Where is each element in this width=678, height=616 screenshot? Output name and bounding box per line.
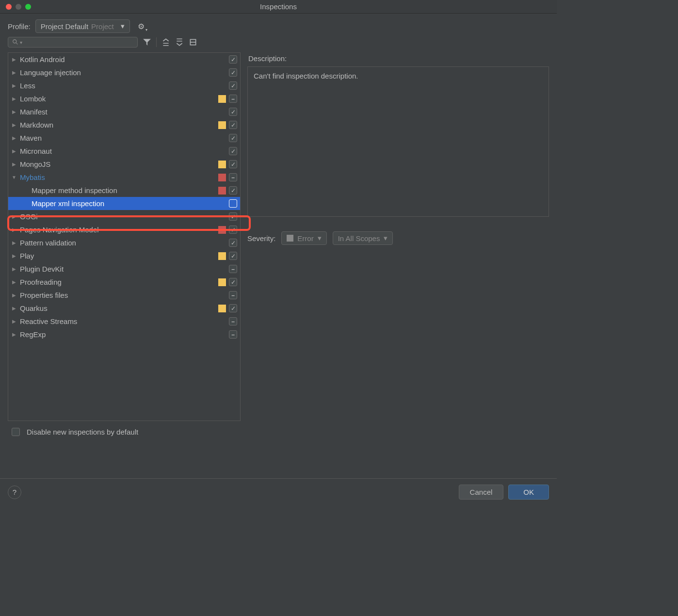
filter-icon[interactable]: [143, 38, 151, 47]
tree-item[interactable]: ▶Kotlin Android: [8, 53, 240, 66]
inspection-checkbox[interactable]: [229, 239, 237, 247]
status-red-icon: [218, 187, 226, 195]
window-title: Inspections: [260, 2, 297, 11]
inspection-checkbox[interactable]: [229, 330, 237, 339]
tree-item[interactable]: ▶Language injection: [8, 66, 240, 79]
inspection-checkbox[interactable]: [229, 134, 237, 142]
inspection-checkbox[interactable]: [229, 121, 237, 129]
help-button[interactable]: ?: [8, 486, 21, 499]
expand-arrow-icon[interactable]: ▶: [10, 253, 18, 259]
expand-arrow-icon[interactable]: ▶: [10, 319, 18, 324]
svg-line-1: [16, 43, 18, 45]
inspection-checkbox[interactable]: [229, 186, 237, 195]
expand-arrow-icon[interactable]: ▶: [10, 266, 18, 272]
tree-item-label: Micronaut: [18, 147, 229, 155]
tree-item[interactable]: ▶Manifest: [8, 105, 240, 118]
tree-item-label: Reactive Streams: [18, 317, 229, 325]
expand-arrow-icon[interactable]: ▶: [10, 109, 18, 114]
expand-all-icon[interactable]: [161, 38, 170, 47]
inspection-checkbox[interactable]: [229, 265, 237, 273]
inspection-checkbox[interactable]: [229, 55, 237, 64]
inspection-checkbox[interactable]: [229, 160, 237, 168]
expand-arrow-icon[interactable]: ▶: [10, 227, 18, 232]
tree-item[interactable]: ▶Markdown: [8, 118, 240, 131]
expand-arrow-icon[interactable]: ▶: [10, 332, 18, 337]
expand-arrow-icon[interactable]: ▶: [10, 162, 18, 167]
tree-child-item[interactable]: Mapper xml inspection: [8, 197, 240, 210]
expand-arrow-icon[interactable]: ▶: [10, 214, 18, 219]
cancel-button[interactable]: Cancel: [459, 485, 504, 500]
window-controls: [0, 4, 31, 10]
status-yellow-icon: [218, 121, 226, 129]
inspection-checkbox[interactable]: [229, 304, 237, 312]
expand-arrow-icon[interactable]: ▶: [10, 96, 18, 101]
scope-dropdown[interactable]: In All Scopes ▾: [333, 231, 393, 245]
reset-icon[interactable]: [189, 38, 197, 47]
profile-value: Project Default: [41, 22, 88, 31]
search-input[interactable]: ▾: [8, 37, 138, 48]
gear-icon[interactable]: ⚙: [138, 22, 145, 31]
inspection-checkbox[interactable]: [229, 199, 237, 208]
inspection-checkbox[interactable]: [229, 81, 237, 90]
tree-item[interactable]: ▶Maven: [8, 131, 240, 145]
chevron-down-icon: ▾: [384, 234, 387, 243]
tree-item-label: Kotlin Android: [18, 55, 229, 64]
maximize-icon[interactable]: [25, 4, 31, 10]
inspection-checkbox[interactable]: [229, 252, 237, 260]
profile-row: Profile: Project Default Project ▾ ⚙: [0, 14, 557, 37]
inspection-tree[interactable]: ▶Kotlin Android▶Language injection▶Less▶…: [8, 52, 241, 421]
close-icon[interactable]: [6, 4, 12, 10]
tree-item[interactable]: ▶Micronaut: [8, 145, 240, 158]
tree-item[interactable]: ▶Plugin DevKit: [8, 262, 240, 276]
tree-item[interactable]: ▶OSGi: [8, 210, 240, 223]
expand-arrow-icon[interactable]: ▶: [10, 57, 18, 62]
expand-arrow-icon[interactable]: ▶: [10, 83, 18, 88]
severity-row: Severity: Error ▾ In All Scopes ▾: [247, 231, 549, 245]
tree-item[interactable]: ▶Pattern validation: [8, 236, 240, 249]
inspection-checkbox[interactable]: [229, 95, 237, 103]
tree-item[interactable]: ▶Less: [8, 79, 240, 92]
tree-item[interactable]: ▶Quarkus: [8, 302, 240, 315]
minimize-icon[interactable]: [16, 4, 21, 10]
inspection-checkbox[interactable]: [229, 278, 237, 286]
disable-new-checkbox[interactable]: [12, 428, 20, 436]
tree-item-label: Mapper xml inspection: [18, 199, 229, 208]
expand-arrow-icon[interactable]: ▶: [10, 240, 18, 245]
inspection-checkbox[interactable]: [229, 226, 237, 234]
inspection-checkbox[interactable]: [229, 147, 237, 155]
tree-item[interactable]: ▶RegExp: [8, 328, 240, 341]
inspection-checkbox[interactable]: [229, 317, 237, 325]
inspection-checkbox[interactable]: [229, 173, 237, 181]
expand-arrow-icon[interactable]: ▶: [10, 135, 18, 141]
expand-arrow-icon[interactable]: ▶: [10, 148, 18, 154]
inspection-checkbox[interactable]: [229, 212, 237, 221]
expand-arrow-icon[interactable]: ▶: [10, 306, 18, 311]
inspection-checkbox[interactable]: [229, 108, 237, 116]
ok-button[interactable]: OK: [508, 485, 549, 500]
inspection-checkbox[interactable]: [229, 291, 237, 299]
disable-new-row: Disable new inspections by default: [0, 425, 557, 443]
expand-arrow-icon[interactable]: ▼: [10, 175, 18, 180]
inspection-checkbox[interactable]: [229, 68, 237, 77]
collapse-all-icon[interactable]: [175, 38, 184, 47]
expand-arrow-icon[interactable]: ▶: [10, 279, 18, 285]
tree-item[interactable]: ▶MongoJS: [8, 158, 240, 171]
expand-arrow-icon[interactable]: ▶: [10, 70, 18, 75]
tree-item[interactable]: ▼Mybatis: [8, 171, 240, 184]
tree-item[interactable]: ▶Properties files: [8, 289, 240, 302]
expand-arrow-icon[interactable]: ▶: [10, 122, 18, 128]
expand-arrow-icon[interactable]: ▶: [10, 292, 18, 298]
tree-item-label: Plugin DevKit: [18, 265, 229, 273]
tree-item[interactable]: ▶Proofreading: [8, 276, 240, 289]
tree-item[interactable]: ▶Reactive Streams: [8, 315, 240, 328]
tree-item-label: Properties files: [18, 291, 229, 299]
tree-child-item[interactable]: Mapper method inspection: [8, 184, 240, 197]
status-red-icon: [218, 174, 226, 181]
tree-item[interactable]: ▶Lombok: [8, 92, 240, 105]
tree-item[interactable]: ▶Pages Navigation Model: [8, 223, 240, 236]
titlebar: Inspections: [0, 0, 557, 14]
tree-item[interactable]: ▶Play: [8, 249, 240, 262]
severity-dropdown[interactable]: Error ▾: [281, 231, 326, 245]
status-yellow-icon: [218, 278, 226, 286]
profile-dropdown[interactable]: Project Default Project ▾: [35, 19, 130, 33]
